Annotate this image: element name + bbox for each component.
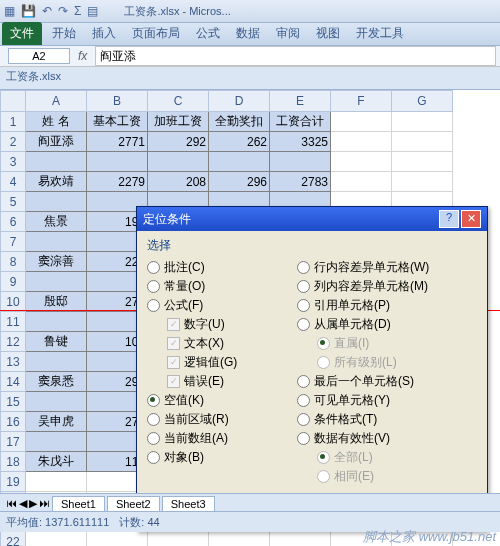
row-header[interactable]: 4 [1, 172, 26, 192]
tab-review[interactable]: 审阅 [268, 22, 308, 45]
col-header[interactable]: E [270, 91, 331, 112]
tab-view[interactable]: 视图 [308, 22, 348, 45]
formula-input[interactable]: 阎亚添 [95, 46, 496, 66]
col-header[interactable]: B [87, 91, 148, 112]
option-p[interactable]: 引用单元格(P) [297, 296, 467, 315]
cell[interactable] [148, 152, 209, 172]
tab-data[interactable]: 数据 [228, 22, 268, 45]
cell[interactable] [209, 532, 270, 547]
tab-layout[interactable]: 页面布局 [124, 22, 188, 45]
nav-next-icon[interactable]: ▶ [29, 497, 37, 510]
cell[interactable] [331, 172, 392, 192]
cell[interactable]: 鲁键 [26, 332, 87, 352]
option-o[interactable]: 常量(O) [147, 277, 297, 296]
cell[interactable] [331, 132, 392, 152]
row-header[interactable]: 15 [1, 392, 26, 412]
option-d[interactable]: 从属单元格(D) [297, 315, 467, 334]
cell[interactable] [392, 152, 453, 172]
cell[interactable] [148, 532, 209, 547]
row-header[interactable]: 3 [1, 152, 26, 172]
cell[interactable]: 朱戊斗 [26, 452, 87, 472]
option-f[interactable]: 公式(F) [147, 296, 297, 315]
row-header[interactable]: 2 [1, 132, 26, 152]
cell[interactable] [209, 152, 270, 172]
col-header[interactable]: G [392, 91, 453, 112]
option-k[interactable]: 空值(K) [147, 391, 297, 410]
tab-insert[interactable]: 插入 [84, 22, 124, 45]
cell[interactable]: 296 [209, 172, 270, 192]
row-header[interactable]: 18 [1, 452, 26, 472]
cell[interactable] [270, 532, 331, 547]
row-header[interactable]: 14 [1, 372, 26, 392]
row-header[interactable]: 8 [1, 252, 26, 272]
option-v[interactable]: 数据有效性(V) [297, 429, 467, 448]
cell[interactable]: 3325 [270, 132, 331, 152]
row-header[interactable]: 17 [1, 432, 26, 452]
chart-icon[interactable]: ▤ [87, 4, 98, 18]
cell[interactable] [392, 112, 453, 132]
cell[interactable]: 全勤奖扣 [209, 112, 270, 132]
sheet-tab[interactable]: Sheet1 [52, 496, 105, 511]
cell[interactable] [26, 272, 87, 292]
sheet-tab[interactable]: Sheet3 [162, 496, 215, 511]
cell[interactable]: 吴申虎 [26, 412, 87, 432]
cell[interactable]: 加班工资 [148, 112, 209, 132]
cell[interactable] [26, 192, 87, 212]
cell[interactable]: 208 [148, 172, 209, 192]
col-header[interactable]: F [331, 91, 392, 112]
row-header[interactable]: 11 [1, 312, 26, 332]
cell[interactable] [392, 132, 453, 152]
cell[interactable] [392, 172, 453, 192]
cell[interactable]: 殷邸 [26, 292, 87, 312]
row-header[interactable]: 1 [1, 112, 26, 132]
cell[interactable]: 工资合计 [270, 112, 331, 132]
cell[interactable] [26, 152, 87, 172]
row-header[interactable]: 7 [1, 232, 26, 252]
option-c[interactable]: 批注(C) [147, 258, 297, 277]
cell[interactable] [87, 532, 148, 547]
option-a[interactable]: 当前数组(A) [147, 429, 297, 448]
cell[interactable] [270, 152, 331, 172]
option-r[interactable]: 当前区域(R) [147, 410, 297, 429]
row-header[interactable]: 6 [1, 212, 26, 232]
print-icon[interactable]: Σ [74, 4, 81, 18]
col-header[interactable]: D [209, 91, 270, 112]
tab-formula[interactable]: 公式 [188, 22, 228, 45]
row-header[interactable]: 16 [1, 412, 26, 432]
cell[interactable]: 焦景 [26, 212, 87, 232]
nav-last-icon[interactable]: ⏭ [39, 497, 50, 509]
col-header[interactable]: A [26, 91, 87, 112]
cell[interactable]: 阎亚添 [26, 132, 87, 152]
tab-dev[interactable]: 开发工具 [348, 22, 412, 45]
row-header[interactable]: 5 [1, 192, 26, 212]
row-header[interactable]: 22 [1, 532, 26, 547]
row-header[interactable]: 10 [1, 292, 26, 312]
dialog-titlebar[interactable]: 定位条件 ? ✕ [137, 207, 487, 231]
cell[interactable]: 262 [209, 132, 270, 152]
nav-first-icon[interactable]: ⏮ [6, 497, 17, 509]
cell[interactable]: 姓 名 [26, 112, 87, 132]
cell[interactable] [26, 312, 87, 332]
workbook-tab[interactable]: 工资条.xlsx [0, 67, 500, 90]
close-icon[interactable]: ✕ [461, 210, 481, 228]
cell[interactable] [26, 472, 87, 492]
col-header[interactable]: C [148, 91, 209, 112]
undo-icon[interactable]: ↶ [42, 4, 52, 18]
cell[interactable] [26, 392, 87, 412]
row-header[interactable]: 13 [1, 352, 26, 372]
cell[interactable]: 2771 [87, 132, 148, 152]
cell[interactable] [26, 432, 87, 452]
cell[interactable] [26, 352, 87, 372]
cell[interactable]: 基本工资 [87, 112, 148, 132]
save-icon[interactable]: 💾 [21, 4, 36, 18]
fx-icon[interactable]: fx [78, 49, 87, 63]
name-box[interactable]: A2 [8, 48, 70, 64]
option-m[interactable]: 列内容差异单元格(M) [297, 277, 467, 296]
option-y[interactable]: 可见单元格(Y) [297, 391, 467, 410]
cell[interactable]: 易欢靖 [26, 172, 87, 192]
option-t[interactable]: 条件格式(T) [297, 410, 467, 429]
cell[interactable] [26, 532, 87, 547]
tab-home[interactable]: 开始 [44, 22, 84, 45]
row-header[interactable]: 12 [1, 332, 26, 352]
cell[interactable]: 2279 [87, 172, 148, 192]
